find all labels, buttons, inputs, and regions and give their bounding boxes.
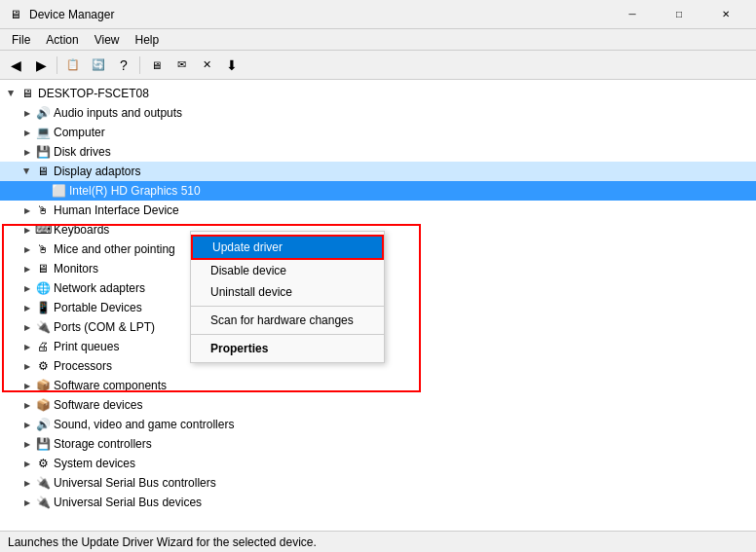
menu-action[interactable]: Action <box>38 31 86 49</box>
toolbar-properties[interactable]: 📋 <box>61 54 85 77</box>
sw-devices-arrow: ▶ <box>19 397 35 413</box>
network-icon: 🌐 <box>35 280 51 296</box>
tree-storage[interactable]: ▶ 💾 Storage controllers <box>0 434 756 454</box>
tree-root[interactable]: ▶ 🖥 DESKTOP-FSCET08 <box>0 84 756 103</box>
sw-components-label: Software components <box>54 379 167 392</box>
sound-arrow: ▶ <box>19 417 35 432</box>
portable-icon: 📱 <box>35 300 51 315</box>
portable-arrow: ▶ <box>19 300 35 315</box>
system-label: System devices <box>54 457 135 470</box>
tree-system[interactable]: ▶ ⚙ System devices <box>0 454 756 473</box>
ctx-properties[interactable]: Properties <box>191 338 384 359</box>
monitors-arrow: ▶ <box>19 261 35 276</box>
toolbar-back[interactable]: ◀ <box>4 54 27 77</box>
monitors-label: Monitors <box>54 262 98 276</box>
storage-label: Storage controllers <box>54 437 152 451</box>
display-arrow: ▶ <box>19 164 35 179</box>
audio-arrow: ▶ <box>19 105 35 121</box>
main-area: ▶ 🖥 DESKTOP-FSCET08 ▶ 🔊 Audio inputs and… <box>0 80 756 531</box>
toolbar: ◀ ▶ 📋 🔄 ? 🖥 ✉ ✕ ⬇ <box>0 51 756 80</box>
gpu-label: Intel(R) HD Graphics 510 <box>69 184 201 198</box>
gpu-arrow <box>35 183 51 199</box>
disk-arrow: ▶ <box>19 144 35 160</box>
tree-sound[interactable]: ▶ 🔊 Sound, video and game controllers <box>0 415 756 434</box>
menu-help[interactable]: Help <box>128 31 168 49</box>
storage-arrow: ▶ <box>19 436 35 452</box>
tree-sw-devices[interactable]: ▶ 📦 Software devices <box>0 395 756 415</box>
tree-display[interactable]: ▶ 🖥 Display adaptors <box>0 162 756 181</box>
ctx-scan-hardware[interactable]: Scan for hardware changes <box>191 310 384 331</box>
computer-arrow: ▶ <box>19 125 35 140</box>
status-bar: Launches the Update Driver Wizard for th… <box>0 531 756 552</box>
title-bar: 🖥 Device Manager ─ □ ✕ <box>0 0 756 29</box>
ctx-separator-2 <box>191 334 384 335</box>
tree-usb-controllers[interactable]: ▶ 🔌 Universal Serial Bus controllers <box>0 473 756 493</box>
toolbar-sep-2 <box>139 56 140 74</box>
toolbar-uninstall[interactable]: ✕ <box>195 54 218 77</box>
tree-computer[interactable]: ▶ 💻 Computer <box>0 123 756 142</box>
disk-icon: 💾 <box>35 144 51 160</box>
toolbar-help[interactable]: ? <box>112 54 135 77</box>
usb-ctrl-icon: 🔌 <box>35 475 51 491</box>
print-arrow: ▶ <box>19 339 35 354</box>
tree-intel-gpu[interactable]: ⬜ Intel(R) HD Graphics 510 <box>0 181 756 201</box>
hid-arrow: ▶ <box>19 202 35 218</box>
mice-icon: 🖱 <box>35 241 51 257</box>
mice-label: Mice and other pointing <box>54 242 175 256</box>
sound-label: Sound, video and game controllers <box>54 418 234 431</box>
tree-audio[interactable]: ▶ 🔊 Audio inputs and outputs <box>0 103 756 123</box>
network-arrow: ▶ <box>19 280 35 296</box>
sw-devices-icon: 📦 <box>35 397 51 413</box>
maximize-button[interactable]: □ <box>657 0 701 29</box>
ctx-scan-hardware-label: Scan for hardware changes <box>210 313 354 327</box>
keyboard-icon: ⌨ <box>35 222 51 238</box>
tree-disk[interactable]: ▶ 💾 Disk drives <box>0 142 756 162</box>
hid-label: Human Interface Device <box>54 203 179 217</box>
usb-dev-label: Universal Serial Bus devices <box>54 496 202 509</box>
network-label: Network adapters <box>54 281 145 295</box>
ctx-disable-device[interactable]: Disable device <box>191 260 384 281</box>
tree-hid[interactable]: ▶ 🖱 Human Interface Device <box>0 201 756 220</box>
toolbar-scan[interactable]: 🖥 <box>144 54 168 77</box>
sound-icon: 🔊 <box>35 417 51 432</box>
computer-icon2: 💻 <box>35 125 51 140</box>
gpu-icon: ⬜ <box>51 183 66 199</box>
tree-sw-components[interactable]: ▶ 📦 Software components <box>0 376 756 395</box>
toolbar-sep-1 <box>57 56 57 74</box>
audio-icon: 🔊 <box>35 105 51 121</box>
toolbar-add[interactable]: ✉ <box>170 54 193 77</box>
minimize-button[interactable]: ─ <box>610 0 655 29</box>
processors-label: Processors <box>54 359 112 373</box>
print-label: Print queues <box>54 340 119 353</box>
root-arrow: ▶ <box>4 86 19 101</box>
computer-icon: 🖥 <box>19 86 35 101</box>
toolbar-update-driver[interactable]: 🔄 <box>87 54 110 77</box>
sw-devices-label: Software devices <box>54 398 142 412</box>
system-icon: ⚙ <box>35 456 51 471</box>
usb-ctrl-arrow: ▶ <box>19 475 35 491</box>
hid-icon: 🖱 <box>35 202 51 218</box>
monitors-icon: 🖥 <box>35 261 51 276</box>
mice-arrow: ▶ <box>19 241 35 257</box>
ctx-disable-device-label: Disable device <box>210 264 286 277</box>
print-icon: 🖨 <box>35 339 51 354</box>
menu-file[interactable]: File <box>4 31 38 49</box>
close-button[interactable]: ✕ <box>703 0 748 29</box>
ctx-update-driver[interactable]: Update driver <box>191 235 384 260</box>
ctx-uninstall-device[interactable]: Uninstall device <box>191 281 384 303</box>
usb-dev-icon: 🔌 <box>35 495 51 510</box>
toolbar-down[interactable]: ⬇ <box>220 54 244 77</box>
sw-components-icon: 📦 <box>35 378 51 393</box>
context-menu: Update driver Disable device Uninstall d… <box>190 231 385 363</box>
status-text: Launches the Update Driver Wizard for th… <box>8 535 317 549</box>
usb-ctrl-label: Universal Serial Bus controllers <box>54 476 216 490</box>
keyboard-label: Keyboards <box>54 223 109 237</box>
tree-usb-devices[interactable]: ▶ 🔌 Universal Serial Bus devices <box>0 493 756 512</box>
system-arrow: ▶ <box>19 456 35 471</box>
display-label: Display adaptors <box>54 165 140 178</box>
ports-label: Ports (COM & LPT) <box>54 320 155 334</box>
toolbar-forward[interactable]: ▶ <box>29 54 53 77</box>
processors-arrow: ▶ <box>19 358 35 374</box>
root-label: DESKTOP-FSCET08 <box>38 87 149 100</box>
menu-view[interactable]: View <box>87 31 128 49</box>
